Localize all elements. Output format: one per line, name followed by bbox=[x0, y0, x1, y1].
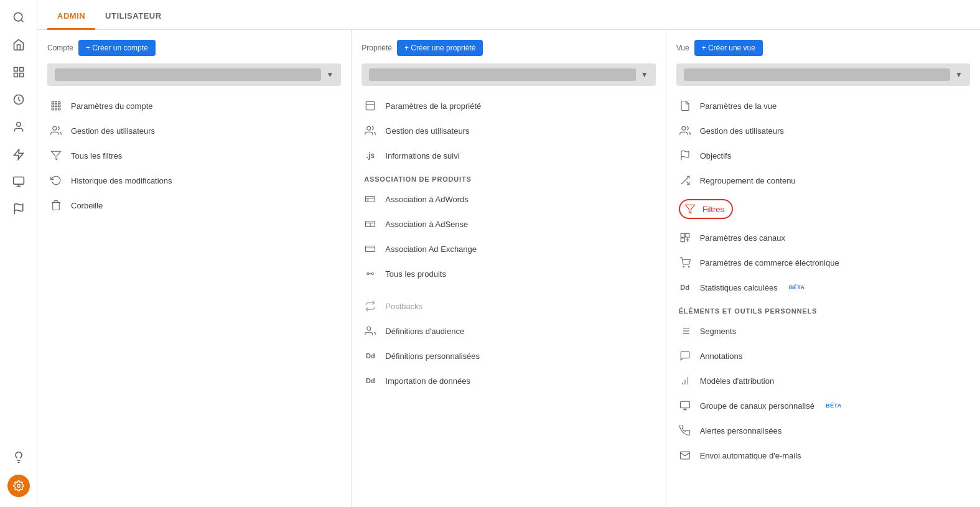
svg-rect-47 bbox=[685, 233, 689, 237]
svg-rect-26 bbox=[366, 101, 375, 110]
menu-item-postbacks[interactable]: Postbacks bbox=[352, 294, 665, 319]
menu-item-gestion-utilisateurs-prop[interactable]: Gestion des utilisateurs bbox=[352, 118, 665, 143]
menu-item-statistiques-calculees[interactable]: Dd Statistiques calculées BÉTA bbox=[666, 275, 980, 300]
clock-icon[interactable] bbox=[6, 87, 31, 112]
compte-selector-arrow: ▼ bbox=[326, 70, 334, 79]
svg-rect-19 bbox=[55, 105, 57, 107]
gestion-utilisateurs-prop-icon bbox=[364, 124, 376, 137]
create-vue-button[interactable]: + Créer une vue bbox=[694, 40, 763, 56]
informations-suivi-icon: .js bbox=[364, 149, 376, 162]
parametres-commerce-icon bbox=[679, 256, 691, 269]
flag-icon-sidebar[interactable] bbox=[6, 197, 31, 221]
menu-item-historique[interactable]: Historique des modifications bbox=[37, 168, 351, 193]
vue-selector[interactable]: ▼ bbox=[676, 63, 970, 86]
menu-item-definitions-audience[interactable]: Définitions d'audience bbox=[352, 319, 665, 343]
compte-selector[interactable]: ▼ bbox=[47, 63, 341, 86]
svg-rect-5 bbox=[19, 73, 23, 77]
svg-rect-60 bbox=[680, 401, 689, 408]
association-adsense-icon bbox=[364, 218, 376, 230]
gestion-utilisateurs-vue-icon bbox=[679, 124, 691, 137]
statistiques-calculees-icon: Dd bbox=[679, 281, 691, 294]
settings-gear-icon[interactable] bbox=[7, 475, 30, 497]
create-propriete-button[interactable]: + Créer une propriété bbox=[397, 40, 483, 56]
vue-label: Vue bbox=[676, 44, 689, 52]
compte-label: Compte bbox=[47, 44, 73, 52]
main-content: ADMIN UTILISATEUR Compte + Créer un comp… bbox=[37, 0, 980, 507]
gestion-utilisateurs-prop-label: Gestion des utilisateurs bbox=[385, 126, 469, 136]
propriete-selector-arrow: ▼ bbox=[641, 70, 648, 79]
alertes-personnalisees-label: Alertes personnalisées bbox=[700, 426, 782, 435]
historique-label: Historique des modifications bbox=[71, 176, 172, 185]
menu-item-parametres-commerce[interactable]: Paramètres de commerce électronique bbox=[666, 250, 980, 275]
svg-marker-45 bbox=[685, 205, 694, 213]
menu-item-parametres-vue[interactable]: Paramètres de la vue bbox=[666, 93, 980, 118]
top-tabs: ADMIN UTILISATEUR bbox=[37, 0, 980, 30]
postbacks-icon bbox=[364, 300, 376, 312]
menu-item-informations-suivi[interactable]: .js Informations de suivi bbox=[352, 143, 665, 168]
propriete-column: Propriété + Créer une propriété ▼ Paramè… bbox=[352, 30, 666, 507]
menu-item-regroupement-contenu[interactable]: Regroupement de contenu bbox=[666, 168, 980, 193]
gestion-utilisateurs-compte-icon bbox=[50, 124, 62, 137]
home-icon[interactable] bbox=[6, 32, 31, 57]
lightbulb-icon[interactable] bbox=[6, 445, 31, 470]
groupe-canaux-icon bbox=[679, 399, 691, 412]
elements-section-label: ÉLÉMENTS ET OUTILS PERSONNELS bbox=[666, 300, 980, 319]
menu-item-gestion-utilisateurs-compte[interactable]: Gestion des utilisateurs bbox=[37, 118, 351, 143]
svg-point-41 bbox=[681, 126, 685, 130]
tous-produits-label: Tous les produits bbox=[385, 269, 446, 279]
menu-item-association-ad-exchange[interactable]: Association Ad Exchange bbox=[352, 236, 665, 261]
svg-rect-20 bbox=[58, 105, 60, 107]
association-adwords-label: Association à AdWords bbox=[385, 195, 468, 204]
tab-admin[interactable]: ADMIN bbox=[47, 4, 95, 30]
menu-item-filtres[interactable]: Filtres bbox=[666, 193, 980, 225]
dashboard-icon[interactable] bbox=[6, 60, 31, 85]
objectifs-label: Objectifs bbox=[700, 151, 732, 160]
menu-item-groupe-canaux[interactable]: Groupe de canaux personnalisé BÉTA bbox=[666, 393, 980, 418]
menu-item-tous-produits[interactable]: Tous les produits bbox=[352, 261, 665, 286]
vue-selector-row: ▼ bbox=[666, 63, 980, 93]
vue-column: Vue + Créer une vue ▼ Paramètres de la v… bbox=[666, 30, 980, 507]
propriete-label: Propriété bbox=[362, 44, 392, 52]
compte-selector-row: ▼ bbox=[37, 63, 351, 93]
menu-item-parametres-canaux[interactable]: Paramètres des canaux bbox=[666, 225, 980, 250]
create-compte-button[interactable]: + Créer un compte bbox=[78, 40, 156, 56]
compte-selector-bar bbox=[55, 68, 321, 81]
regroupement-contenu-icon bbox=[679, 174, 691, 187]
svg-rect-17 bbox=[58, 101, 60, 103]
svg-rect-22 bbox=[55, 108, 57, 110]
svg-point-14 bbox=[17, 485, 20, 488]
lightning-icon[interactable] bbox=[6, 142, 31, 167]
person-icon[interactable] bbox=[6, 114, 31, 139]
filtres-icon bbox=[684, 203, 696, 215]
menu-item-segments[interactable]: Segments bbox=[666, 319, 980, 343]
admin-columns: Compte + Créer un compte ▼ Par bbox=[37, 30, 980, 507]
svg-line-44 bbox=[686, 182, 689, 185]
svg-rect-15 bbox=[52, 101, 54, 103]
menu-item-objectifs[interactable]: Objectifs bbox=[666, 143, 980, 168]
menu-item-parametres-compte[interactable]: Paramètres du compte bbox=[37, 93, 351, 118]
menu-item-corbeille[interactable]: Corbeille bbox=[37, 193, 351, 218]
informations-suivi-label: Informations de suivi bbox=[385, 151, 459, 160]
menu-item-envoi-emails[interactable]: Envoi automatique d'e-mails bbox=[666, 443, 980, 468]
menu-item-tous-filtres[interactable]: Tous les filtres bbox=[37, 143, 351, 168]
menu-item-importation-donnees[interactable]: Dd Importation de données bbox=[352, 368, 665, 393]
propriete-selector[interactable]: ▼ bbox=[362, 63, 655, 86]
vue-selector-bar bbox=[684, 68, 950, 81]
svg-rect-16 bbox=[55, 101, 57, 103]
association-ad-exchange-icon bbox=[364, 243, 376, 255]
menu-item-parametres-propriete[interactable]: Paramètres de la propriété bbox=[352, 93, 665, 118]
menu-item-alertes-personnalisees[interactable]: Alertes personnalisées bbox=[666, 418, 980, 443]
menu-item-gestion-utilisateurs-vue[interactable]: Gestion des utilisateurs bbox=[666, 118, 980, 143]
tab-utilisateur[interactable]: UTILISATEUR bbox=[95, 4, 171, 30]
parametres-canaux-icon bbox=[679, 231, 691, 244]
svg-rect-2 bbox=[14, 68, 17, 72]
menu-item-definitions-personnalisees[interactable]: Dd Définitions personnalisées bbox=[352, 343, 665, 368]
menu-item-association-adsense[interactable]: Association à AdSense bbox=[352, 212, 665, 236]
menu-item-annotations[interactable]: Annotations bbox=[666, 343, 980, 368]
search-icon[interactable] bbox=[6, 5, 31, 30]
menu-item-association-adwords[interactable]: Association à AdWords bbox=[352, 187, 665, 212]
monitor-icon[interactable] bbox=[6, 169, 31, 194]
definitions-personnalisees-label: Définitions personnalisées bbox=[385, 351, 480, 361]
menu-item-modeles-attribution[interactable]: Modèles d'attribution bbox=[666, 368, 980, 393]
svg-point-40 bbox=[367, 327, 371, 330]
